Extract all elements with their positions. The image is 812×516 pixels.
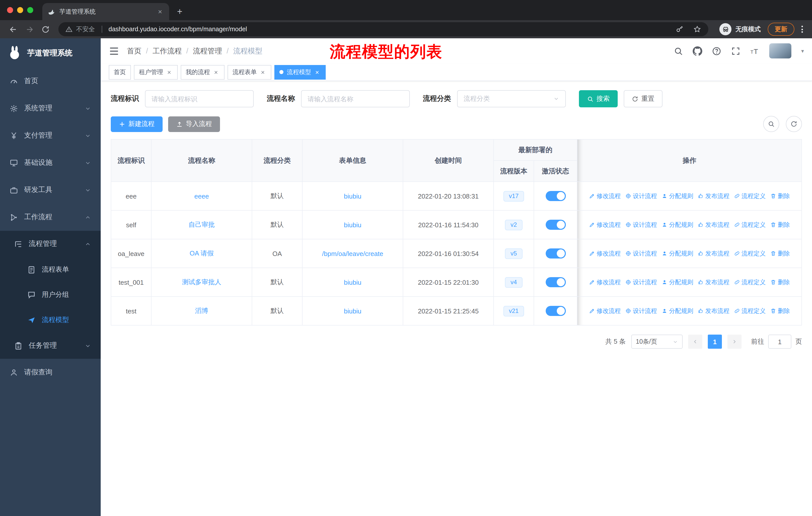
publish-flow-link[interactable]: 发布流程 xyxy=(698,220,729,229)
sidebar-item-workflow[interactable]: 工作流程 xyxy=(0,203,101,231)
caret-down-icon[interactable] xyxy=(801,48,804,54)
security-label[interactable]: 不安全 xyxy=(76,25,95,33)
process-name-link[interactable]: 测试多审批人 xyxy=(182,278,221,286)
modify-flow-link[interactable]: 修改流程 xyxy=(589,249,621,258)
sidebar-item-task-management[interactable]: 任务管理 xyxy=(0,332,101,359)
key-icon[interactable] xyxy=(675,25,684,33)
window-zoom-button[interactable] xyxy=(27,7,33,13)
assign-rule-link[interactable]: 分配规则 xyxy=(662,249,693,258)
assign-rule-link[interactable]: 分配规则 xyxy=(662,220,693,229)
refresh-table-button[interactable] xyxy=(786,116,802,132)
design-flow-link[interactable]: 设计流程 xyxy=(625,249,657,258)
reset-button[interactable]: 重置 xyxy=(624,90,663,107)
process-name-link[interactable]: 滔博 xyxy=(195,307,208,315)
form-info-link[interactable]: biubiu xyxy=(344,192,361,200)
create-flow-button[interactable]: 新建流程 xyxy=(111,116,163,132)
active-toggle[interactable] xyxy=(546,306,566,316)
version-badge[interactable]: v21 xyxy=(503,306,524,316)
sidebar-item-payment[interactable]: 支付管理 xyxy=(0,122,101,149)
tag-my-flows[interactable]: 我的流程 xyxy=(181,65,225,79)
modify-flow-link[interactable]: 修改流程 xyxy=(589,307,621,315)
assign-rule-link[interactable]: 分配规则 xyxy=(662,192,693,200)
flow-definition-link[interactable]: 流程定义 xyxy=(734,307,766,315)
breadcrumb-item[interactable]: 首页 xyxy=(127,46,141,56)
version-badge[interactable]: v2 xyxy=(505,219,522,230)
sidebar-item-home[interactable]: 首页 xyxy=(0,67,101,95)
sidebar-item-process-model[interactable]: 流程模型 xyxy=(0,307,101,332)
form-info-link[interactable]: /bpm/oa/leave/create xyxy=(322,250,383,257)
hamburger-icon[interactable] xyxy=(109,46,119,56)
process-category-select[interactable]: 流程分类 xyxy=(457,90,566,107)
browser-update-button[interactable]: 更新 xyxy=(768,23,794,36)
tag-close-icon[interactable] xyxy=(314,68,321,76)
avatar[interactable] xyxy=(770,43,792,58)
process-name-link[interactable]: eeee xyxy=(194,192,209,200)
address-bar[interactable]: 不安全 dashboard.yudao.iocoder.cn/bpm/manag… xyxy=(58,22,708,36)
page-size-select[interactable]: 10条/页 xyxy=(631,334,683,349)
active-toggle[interactable] xyxy=(546,248,566,259)
sidebar-item-leave-query[interactable]: 请假查询 xyxy=(0,359,101,386)
publish-flow-link[interactable]: 发布流程 xyxy=(698,249,729,258)
design-flow-link[interactable]: 设计流程 xyxy=(625,307,657,315)
goto-page-input[interactable] xyxy=(768,334,791,349)
sidebar-item-system[interactable]: 系统管理 xyxy=(0,95,101,122)
back-button[interactable] xyxy=(6,22,20,36)
delete-flow-link[interactable]: 删除 xyxy=(770,192,790,200)
pagination-prev-button[interactable] xyxy=(688,334,702,349)
sidebar-item-devtools[interactable]: 研发工具 xyxy=(0,176,101,203)
tag-tenant-management[interactable]: 租户管理 xyxy=(134,65,178,79)
delete-flow-link[interactable]: 删除 xyxy=(770,307,790,315)
tag-close-icon[interactable] xyxy=(212,68,220,76)
delete-flow-link[interactable]: 删除 xyxy=(770,278,790,287)
browser-menu-button[interactable] xyxy=(799,23,806,36)
window-minimize-button[interactable] xyxy=(17,7,23,13)
flow-definition-link[interactable]: 流程定义 xyxy=(734,278,766,287)
question-icon[interactable] xyxy=(712,46,722,56)
breadcrumb-item[interactable]: 工作流程 xyxy=(146,46,182,56)
form-info-link[interactable]: biubiu xyxy=(344,221,361,228)
url-text[interactable]: dashboard.yudao.iocoder.cn/bpm/manager/m… xyxy=(109,26,666,33)
version-badge[interactable]: v17 xyxy=(503,191,524,201)
publish-flow-link[interactable]: 发布流程 xyxy=(698,278,729,287)
tag-home[interactable]: 首页 xyxy=(109,65,131,79)
design-flow-link[interactable]: 设计流程 xyxy=(625,220,657,229)
sidebar-item-process-form[interactable]: 流程表单 xyxy=(0,257,101,282)
delete-flow-link[interactable]: 删除 xyxy=(770,249,790,258)
active-toggle[interactable] xyxy=(546,277,566,287)
sidebar-item-infrastructure[interactable]: 基础设施 xyxy=(0,149,101,176)
star-icon[interactable] xyxy=(693,25,701,33)
active-toggle[interactable] xyxy=(546,220,566,230)
toggle-search-button[interactable] xyxy=(763,116,779,132)
pagination-page-1[interactable]: 1 xyxy=(708,334,722,349)
active-toggle[interactable] xyxy=(546,191,566,201)
fullscreen-icon[interactable] xyxy=(731,46,741,56)
version-badge[interactable]: v5 xyxy=(505,248,522,259)
reload-button[interactable] xyxy=(38,22,52,36)
flow-definition-link[interactable]: 流程定义 xyxy=(734,249,766,258)
process-name-link[interactable]: 自己审批 xyxy=(188,221,215,228)
process-name-link[interactable]: OA 请假 xyxy=(190,249,213,257)
modify-flow-link[interactable]: 修改流程 xyxy=(589,192,621,200)
breadcrumb-item[interactable]: 流程管理 xyxy=(186,46,222,56)
design-flow-link[interactable]: 设计流程 xyxy=(625,278,657,287)
modify-flow-link[interactable]: 修改流程 xyxy=(589,278,621,287)
tag-close-icon[interactable] xyxy=(166,68,173,76)
pagination-next-button[interactable] xyxy=(727,334,742,349)
flow-definition-link[interactable]: 流程定义 xyxy=(734,220,766,229)
import-flow-button[interactable]: 导入流程 xyxy=(168,116,220,132)
tag-process-form[interactable]: 流程表单 xyxy=(228,65,271,79)
process-id-input[interactable] xyxy=(145,90,254,107)
assign-rule-link[interactable]: 分配规则 xyxy=(662,278,693,287)
font-size-icon[interactable] xyxy=(750,46,760,56)
window-close-button[interactable] xyxy=(7,7,13,13)
new-tab-button[interactable] xyxy=(173,5,186,18)
publish-flow-link[interactable]: 发布流程 xyxy=(698,192,729,200)
form-info-link[interactable]: biubiu xyxy=(344,307,361,315)
forward-button[interactable] xyxy=(22,22,36,36)
browser-tab[interactable]: 芋道管理系统 xyxy=(42,3,169,20)
sidebar-item-user-group[interactable]: 用户分组 xyxy=(0,282,101,307)
flow-definition-link[interactable]: 流程定义 xyxy=(734,192,766,200)
version-badge[interactable]: v4 xyxy=(505,277,522,288)
design-flow-link[interactable]: 设计流程 xyxy=(625,192,657,200)
form-info-link[interactable]: biubiu xyxy=(344,278,361,286)
